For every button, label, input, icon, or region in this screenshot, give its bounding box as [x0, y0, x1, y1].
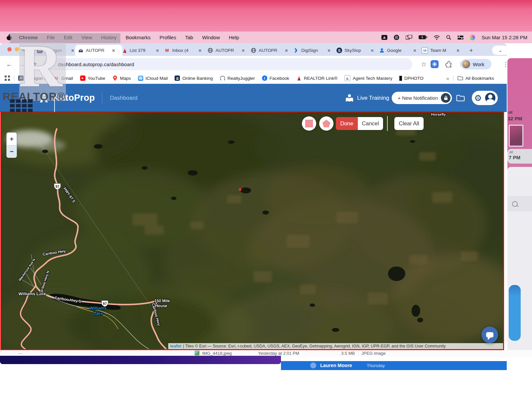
bookmark-facebook[interactable]: f Facebook: [262, 75, 289, 81]
back-button[interactable]: ←: [6, 61, 13, 68]
close-tab-icon[interactable]: ×: [156, 48, 159, 53]
close-tab-icon[interactable]: ×: [371, 48, 374, 53]
menu-edit[interactable]: Edit: [64, 35, 72, 40]
menu-window[interactable]: Window: [202, 35, 220, 40]
bookmark-realtor-link[interactable]: REALTOR Link®: [296, 75, 337, 81]
close-tab-icon[interactable]: ×: [285, 48, 288, 53]
close-tab-icon[interactable]: ×: [242, 48, 245, 53]
tab-inbox[interactable]: M Inbox (4 ×: [162, 45, 207, 56]
cancel-button[interactable]: Cancel: [358, 117, 383, 130]
close-tab-icon[interactable]: ×: [112, 48, 115, 53]
menu-tab[interactable]: Tab: [185, 35, 193, 40]
draw-rectangle-button[interactable]: [302, 116, 316, 131]
stage-manager-icon[interactable]: [406, 35, 412, 40]
zoom-window-button[interactable]: [22, 47, 26, 52]
bookmark-realtyjuggler[interactable]: RealtyJuggler: [220, 75, 255, 81]
bookmark-paragon5[interactable]: Paragon 5: [18, 75, 47, 81]
menu-chrome[interactable]: Chrome: [19, 35, 38, 40]
nav-dashboard[interactable]: Dashboard: [110, 95, 137, 101]
apple-menu-icon[interactable]: [7, 35, 12, 40]
close-tab-icon[interactable]: ×: [71, 48, 74, 53]
live-training-link[interactable]: Live Training: [345, 94, 389, 102]
wifi-icon[interactable]: [434, 35, 440, 40]
extension-snowflake-icon[interactable]: [431, 60, 439, 68]
tab-skyslope[interactable]: S SkySlop ×: [334, 45, 379, 56]
spotlight-search-icon[interactable]: [446, 35, 451, 40]
tab-label: Inbox (4: [172, 48, 196, 53]
bookmark-agent-tech-mastery[interactable]: Agent Tech Mastery: [344, 75, 392, 81]
bookmark-label: REALTOR Link®: [304, 76, 337, 81]
icloud-mail-icon: [138, 75, 143, 81]
draw-polygon-button[interactable]: [319, 116, 333, 131]
siri-icon[interactable]: [470, 35, 475, 40]
autoprop-brand[interactable]: AutoProp: [53, 93, 95, 103]
tab-autoprop-2[interactable]: AUTOPR ×: [205, 45, 251, 56]
minimize-window-button[interactable]: [15, 47, 19, 52]
bookmark-star-icon[interactable]: ☆: [421, 61, 427, 68]
screen-record-icon[interactable]: [381, 35, 387, 40]
tab-search-button[interactable]: ⌄: [492, 46, 509, 55]
map-attribution: leaflet | Tiles © Esri — Source: Esri, i…: [168, 343, 504, 349]
all-bookmarks-button[interactable]: All Bookmarks: [458, 76, 494, 81]
tab-paragon[interactable]: Paragon ×: [34, 45, 78, 56]
bookmark-youtube[interactable]: ▶ YouTube: [80, 75, 105, 81]
close-tab-icon[interactable]: ×: [199, 48, 201, 53]
close-tab-icon[interactable]: ×: [413, 48, 416, 53]
tab-autoprop-active[interactable]: AUTOPR ×: [75, 45, 122, 56]
close-tab-icon[interactable]: ×: [328, 48, 331, 53]
new-notification-button[interactable]: + New Notification: [392, 92, 452, 104]
chrome-menu-icon[interactable]: ⋮: [503, 61, 509, 68]
zoom-in-button[interactable]: +: [7, 133, 17, 145]
app-status-icon[interactable]: [394, 35, 399, 40]
menu-history[interactable]: History: [101, 35, 117, 40]
forward-button[interactable]: →: [19, 61, 25, 68]
folder-icon-header[interactable]: [456, 94, 465, 102]
finder-dash: —: [18, 351, 23, 356]
close-window-button[interactable]: [7, 47, 12, 52]
close-tab-icon[interactable]: ×: [457, 48, 460, 53]
bookmark-dphoto[interactable]: DPHOTO: [399, 76, 424, 81]
settings-gear-icon[interactable]: ⚙: [474, 94, 482, 102]
tab-autoprop-3[interactable]: AUTOPR ×: [248, 45, 293, 56]
account-avatar-icon[interactable]: [485, 93, 495, 103]
screen: Chrome File Edit View History Bookmarks …: [0, 0, 532, 399]
done-button[interactable]: Done: [336, 117, 358, 130]
tab-google[interactable]: Google ×: [376, 45, 422, 56]
control-center-icon[interactable]: [458, 35, 464, 40]
chat-widget-button[interactable]: [481, 327, 498, 343]
tab-label: Paragon: [45, 48, 69, 53]
menu-profiles[interactable]: Profiles: [160, 35, 176, 40]
bookmark-online-banking[interactable]: Online Banking: [175, 75, 213, 81]
menu-view[interactable]: View: [81, 35, 92, 40]
tab-team-meeting[interactable]: 15 Team M ×: [419, 45, 465, 56]
menu-clock[interactable]: Sun Mar 15 2:28 PM: [481, 35, 527, 40]
site-settings-icon[interactable]: [49, 62, 54, 66]
message-time: Thursday: [367, 363, 385, 368]
message-notification-banner[interactable]: Lauren Moore Thursday: [281, 361, 507, 370]
menu-file[interactable]: File: [47, 35, 55, 40]
menu-status-area: Sun Mar 15 2:28 PM: [381, 32, 527, 43]
profile-chip[interactable]: Work: [461, 59, 491, 69]
address-field[interactable]: dashboard.autoprop.ca/dashboard: [43, 58, 412, 70]
tab-list-379[interactable]: List 379 ×: [119, 45, 164, 56]
bookmark-gmail[interactable]: M Gmail: [54, 75, 73, 81]
globe-favicon: [251, 48, 256, 53]
reload-button[interactable]: ⟳: [31, 60, 37, 68]
leaflet-map[interactable]: Williams Lake Cariboo Hwy S Cariboo Hwy …: [0, 111, 504, 350]
apps-grid-icon[interactable]: [5, 75, 10, 81]
menu-help[interactable]: Help: [229, 35, 239, 40]
new-tab-button[interactable]: +: [464, 45, 479, 56]
autoprop-favicon: [78, 48, 83, 53]
leaflet-link[interactable]: leaflet: [170, 344, 181, 348]
clear-all-button[interactable]: Clear All: [394, 117, 424, 130]
extensions-puzzle-icon[interactable]: [445, 60, 453, 68]
battery-icon[interactable]: [419, 35, 427, 40]
tab-digisign[interactable]: DigiSign ×: [291, 45, 336, 56]
menu-bookmarks[interactable]: Bookmarks: [126, 35, 151, 40]
bookmark-icloud-mail[interactable]: iCloud Mail: [138, 75, 168, 81]
zoom-out-button[interactable]: −: [7, 145, 17, 158]
bookmark-maps[interactable]: Maps: [112, 75, 131, 81]
bookmarks-overflow-icon[interactable]: »: [446, 75, 449, 81]
photo-thumbnail[interactable]: [509, 125, 523, 147]
chevron-down-icon: ⌄: [498, 48, 502, 53]
